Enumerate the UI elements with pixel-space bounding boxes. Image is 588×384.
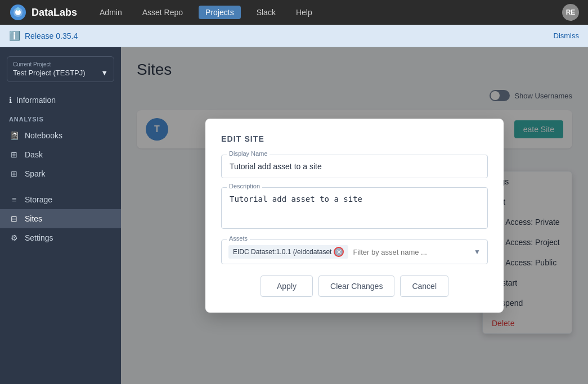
nav-help[interactable]: Help	[291, 6, 317, 19]
nav-slack[interactable]: Slack	[252, 6, 280, 19]
nav-asset-repo[interactable]: Asset Repo	[138, 6, 187, 19]
assets-label: Assets	[227, 235, 250, 242]
datalabs-logo-icon	[9, 3, 27, 21]
content-area: Sites Show Usernames T Ready Open ⋮ eate…	[121, 47, 588, 384]
display-name-field: Display Name	[221, 155, 488, 178]
current-project-value: Test Project (TESTPJ) ▼	[13, 69, 108, 77]
assets-field: EIDC Dataset:1.0.1 (/eidcdataset ✕ ▼	[221, 240, 488, 264]
display-name-input[interactable]	[221, 155, 488, 178]
settings-label: Settings	[25, 233, 53, 242]
sidebar-item-information[interactable]: ℹ Information	[0, 91, 121, 109]
asset-search-input[interactable]	[353, 248, 469, 256]
spark-label: Spark	[25, 169, 46, 178]
user-avatar[interactable]: RE	[562, 4, 579, 21]
dask-icon: ⊞	[9, 150, 19, 160]
edit-site-modal: EDIT SITE Display Name Description Tutor…	[205, 119, 504, 313]
sidebar-item-settings[interactable]: ⚙ Settings	[0, 228, 121, 247]
current-project-name: Test Project (TESTPJ)	[13, 69, 86, 77]
nav-admin[interactable]: Admin	[95, 6, 127, 19]
description-input[interactable]: Tutorial add asset to a site	[221, 187, 488, 229]
sidebar-info-label: Information	[16, 96, 56, 105]
sidebar-item-storage[interactable]: ≡ Storage	[0, 190, 121, 209]
dismiss-button[interactable]: Dismiss	[554, 31, 580, 40]
settings-icon: ⚙	[9, 233, 19, 243]
asset-dropdown-arrow[interactable]: ▼	[474, 248, 481, 256]
asset-tag: EIDC Dataset:1.0.1 (/eidcdataset ✕	[228, 245, 348, 259]
assets-field-wrapper: Assets EIDC Dataset:1.0.1 (/eidcdataset …	[221, 240, 488, 264]
notebooks-icon: 📓	[9, 130, 19, 141]
sidebar: Current Project Test Project (TESTPJ) ▼ …	[0, 47, 121, 384]
modal-actions: Apply Clear Changes Cancel	[221, 275, 488, 297]
release-banner-left: ℹ️ Release 0.35.4	[9, 30, 78, 41]
description-label: Description	[227, 183, 262, 189]
modal-title: EDIT SITE	[221, 134, 488, 143]
nav-projects[interactable]: Projects	[199, 6, 241, 19]
notebooks-label: Notebooks	[25, 131, 62, 140]
release-banner: ℹ️ Release 0.35.4 Dismiss	[0, 25, 588, 47]
current-project-label: Current Project	[13, 61, 108, 67]
release-text: Release 0.35.4	[25, 31, 78, 40]
svg-point-2	[16, 7, 20, 11]
logo-text: DataLabs	[32, 7, 77, 19]
spark-icon: ⊞	[9, 169, 19, 179]
current-project-box[interactable]: Current Project Test Project (TESTPJ) ▼	[7, 56, 114, 82]
modal-overlay: EDIT SITE Display Name Description Tutor…	[121, 47, 588, 384]
apply-button[interactable]: Apply	[261, 275, 313, 297]
info-circle-icon: ℹ	[9, 96, 12, 105]
storage-label: Storage	[25, 195, 52, 204]
description-field: Description Tutorial add asset to a site	[221, 187, 488, 231]
dask-label: Dask	[25, 150, 43, 159]
sidebar-item-notebooks[interactable]: 📓 Notebooks	[0, 126, 121, 145]
display-name-label: Display Name	[227, 150, 270, 157]
cancel-button[interactable]: Cancel	[400, 275, 448, 297]
sites-label: Sites	[25, 214, 42, 223]
sidebar-item-dask[interactable]: ⊞ Dask	[0, 145, 121, 164]
sidebar-item-sites[interactable]: ⊟ Sites	[0, 209, 121, 228]
asset-remove-button[interactable]: ✕	[334, 247, 344, 257]
topnav: DataLabs Admin Asset Repo Projects Slack…	[0, 0, 588, 25]
sites-icon: ⊟	[9, 214, 19, 224]
main-layout: Current Project Test Project (TESTPJ) ▼ …	[0, 47, 588, 384]
clear-changes-button[interactable]: Clear Changes	[318, 275, 394, 297]
sidebar-item-spark[interactable]: ⊞ Spark	[0, 164, 121, 183]
chevron-down-icon: ▼	[101, 69, 108, 77]
analysis-section-label: ANALYSIS	[0, 109, 121, 126]
logo: DataLabs	[9, 3, 77, 21]
asset-tag-text: EIDC Dataset:1.0.1 (/eidcdataset	[233, 248, 331, 256]
info-icon: ℹ️	[9, 30, 20, 41]
storage-icon: ≡	[9, 195, 19, 205]
topnav-links: Admin Asset Repo Projects Slack Help	[95, 6, 549, 19]
